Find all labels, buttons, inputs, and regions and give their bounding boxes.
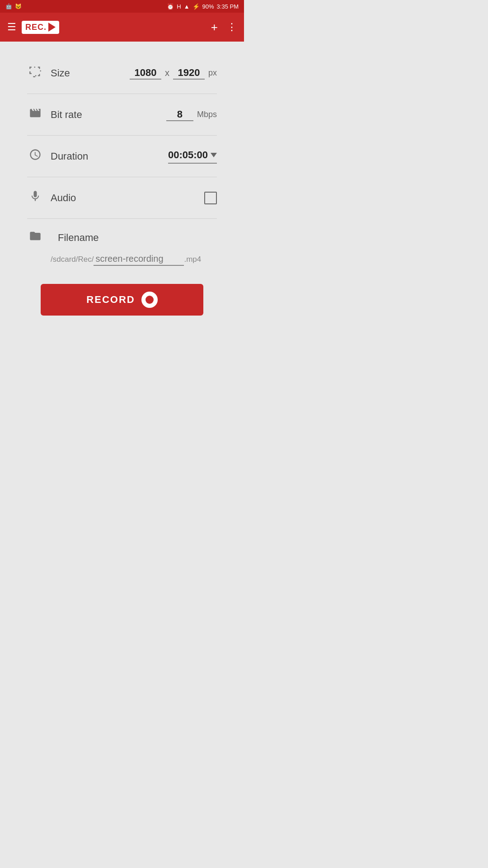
size-unit: px bbox=[208, 68, 217, 78]
duration-label: Duration bbox=[51, 151, 168, 162]
audio-icon bbox=[27, 190, 43, 206]
signal-bars-icon: ▲ bbox=[184, 3, 190, 10]
audio-checkbox[interactable] bbox=[204, 192, 217, 204]
battery-pct: 90% bbox=[202, 3, 214, 10]
alarm-icon: ⏰ bbox=[167, 3, 174, 10]
filename-path-row: /sdcard/Rec/ .mp4 bbox=[27, 253, 217, 266]
bitrate-value: Mbps bbox=[166, 108, 217, 121]
app-bar: ☰ REC. + ⋮ bbox=[0, 13, 244, 42]
menu-button[interactable]: ☰ bbox=[7, 21, 16, 33]
size-label: Size bbox=[51, 67, 130, 79]
record-button[interactable]: RECORD bbox=[41, 284, 203, 316]
time-display: 3:35 PM bbox=[217, 3, 239, 10]
bitrate-row: Bit rate Mbps bbox=[27, 94, 217, 136]
audio-value bbox=[204, 192, 217, 204]
size-height-input[interactable] bbox=[173, 67, 205, 80]
size-row: Size x px bbox=[27, 52, 217, 94]
signal-icon: H bbox=[177, 3, 181, 10]
size-value: x px bbox=[130, 67, 217, 80]
bitrate-unit: Mbps bbox=[197, 110, 217, 119]
filename-header: Filename bbox=[27, 230, 217, 245]
duration-icon bbox=[27, 148, 43, 164]
audio-row: Audio bbox=[27, 177, 217, 219]
overflow-menu-button[interactable]: ⋮ bbox=[227, 21, 237, 33]
record-dot-icon bbox=[145, 296, 154, 304]
logo-triangle-icon bbox=[48, 23, 56, 32]
record-btn-container: RECORD bbox=[27, 266, 217, 329]
bitrate-input[interactable] bbox=[166, 108, 193, 121]
filename-path-prefix: /sdcard/Rec/ bbox=[51, 255, 94, 264]
filename-section: Filename /sdcard/Rec/ .mp4 bbox=[27, 219, 217, 266]
filename-input[interactable] bbox=[94, 253, 184, 266]
status-bar-right: ⏰ H ▲ ⚡ 90% 3:35 PM bbox=[167, 3, 239, 10]
bitrate-icon bbox=[27, 107, 43, 123]
audio-label: Audio bbox=[51, 192, 204, 204]
filename-label: Filename bbox=[58, 232, 217, 244]
duration-row: Duration 00:05:00 bbox=[27, 136, 217, 177]
bitrate-label: Bit rate bbox=[51, 109, 166, 121]
app-icon-2: 😺 bbox=[15, 3, 22, 9]
duration-dropdown-arrow-icon bbox=[211, 153, 217, 157]
size-width-input[interactable] bbox=[130, 67, 161, 80]
record-button-label: RECORD bbox=[86, 294, 135, 306]
status-bar-left: 🤖 😺 bbox=[5, 3, 22, 9]
duration-dropdown[interactable]: 00:05:00 bbox=[168, 149, 217, 164]
record-circle-icon bbox=[141, 292, 158, 308]
add-button[interactable]: + bbox=[211, 20, 218, 34]
app-icon-1: 🤖 bbox=[5, 3, 12, 9]
duration-time: 00:05:00 bbox=[168, 149, 208, 161]
logo-text: REC. bbox=[25, 23, 47, 32]
battery-charging-icon: ⚡ bbox=[192, 3, 200, 10]
filename-icon bbox=[27, 230, 43, 245]
size-icon bbox=[27, 65, 43, 81]
content-area: Size x px Bit rate Mbps Duration 00:05:0… bbox=[0, 42, 244, 340]
size-separator: x bbox=[165, 68, 169, 78]
duration-value: 00:05:00 bbox=[168, 149, 217, 164]
filename-path-suffix: .mp4 bbox=[184, 255, 201, 264]
app-bar-actions: + ⋮ bbox=[211, 20, 237, 34]
status-bar: 🤖 😺 ⏰ H ▲ ⚡ 90% 3:35 PM bbox=[0, 0, 244, 13]
app-logo: REC. bbox=[22, 21, 59, 34]
